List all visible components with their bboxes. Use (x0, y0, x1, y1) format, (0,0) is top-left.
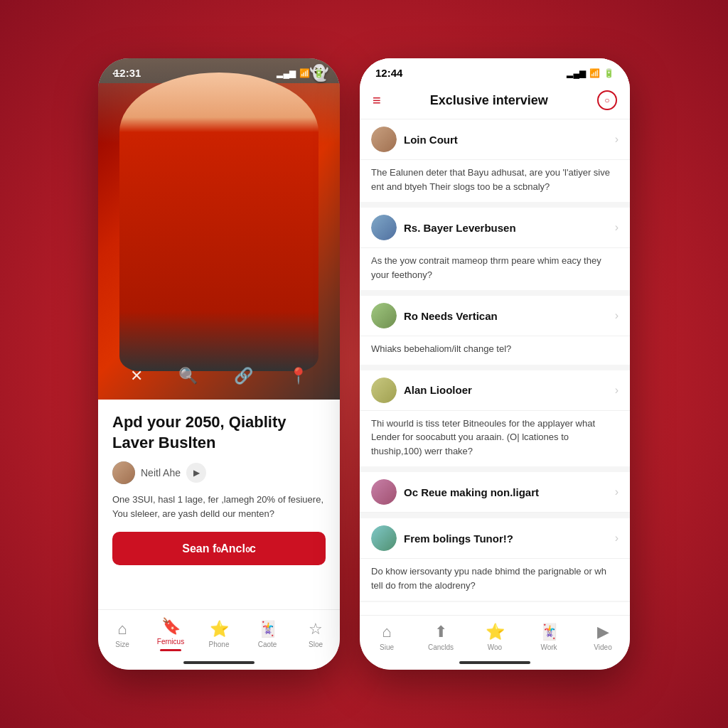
interview-item[interactable]: Alan Liooloer›Thi wourld is tiss teter B… (360, 370, 630, 467)
interview-person-name: Rs. Bayer Leverbusen (404, 222, 608, 234)
article-content: Apd your 2050, Qiablity Laver Buslten Ne… (98, 400, 340, 572)
home-indicator-right (360, 655, 630, 670)
chevron-right-icon: › (615, 133, 619, 146)
cta-button[interactable]: Sean f₀Ancl₀c (112, 532, 326, 565)
interview-item-header: Rs. Bayer Leverbusen› (360, 208, 630, 248)
interview-item[interactable]: Oc Reue making non.ligart› (360, 472, 630, 513)
interview-question: Whiaks bebehaliom/ilt change tel? (360, 336, 630, 365)
interview-person-name: Alan Liooloer (404, 384, 608, 396)
menu-button[interactable]: ≡ (373, 92, 381, 109)
cards-icon: 🃏 (258, 620, 277, 638)
interview-avatar (371, 525, 397, 551)
hero-image (98, 83, 340, 400)
nav-item-work[interactable]: 🃏 Work (531, 623, 567, 651)
nav-item-sloe[interactable]: ☆ Sloe (298, 620, 333, 648)
upload-icon: ⬆ (434, 623, 447, 641)
interview-list-container: Loin Court›The Ealunen deter that Bayu a… (360, 119, 630, 615)
interview-item[interactable]: Loin Court›The Ealunen deter that Bayu a… (360, 119, 630, 202)
video-icon: ▶ (597, 623, 609, 641)
interview-question: Thi wourld is tiss teter Bitneoules for … (360, 411, 630, 467)
interview-question: The Ealunen deter that Bayu adhusat, are… (360, 160, 630, 202)
home-indicator (98, 655, 340, 670)
author-avatar (112, 461, 135, 484)
interview-person-name: Oc Reue making non.ligart (404, 486, 608, 498)
player-image (119, 83, 318, 371)
page-title: Exclusive interview (430, 93, 548, 108)
work-icon: 🃏 (540, 623, 559, 641)
interview-avatar (371, 127, 397, 152)
location-icon[interactable]: 📍 (289, 367, 308, 385)
left-status-time: 12:31 (114, 67, 141, 79)
search-icon[interactable]: 🔍 (178, 367, 198, 385)
nav-item-woo[interactable]: ⭐ Woo (477, 623, 513, 651)
interview-item[interactable]: Rs. Bayer Leverbusen›As the yow contrait… (360, 208, 630, 290)
interview-question: As the yow contrait mameop thrm peare wh… (360, 248, 630, 290)
chevron-right-icon: › (615, 384, 619, 397)
interview-person-name: Frem bolings Tunor!? (404, 532, 608, 545)
article-title: Apd your 2050, Qiablity Laver Buslten (112, 412, 326, 453)
nav-item-caote[interactable]: 🃏 Caote (250, 620, 285, 648)
home-icon: ⌂ (117, 620, 127, 638)
interview-item-header: Alan Liooloer› (360, 370, 630, 411)
interview-item-header: Frem bolings Tunor!?› (360, 518, 630, 559)
star-icon: ⭐ (486, 623, 505, 641)
right-header: ≡ Exclusive interview ○ (360, 83, 630, 119)
author-row: Neitl Ahe ▶ (112, 461, 326, 484)
interview-avatar (371, 215, 397, 240)
chevron-right-icon: › (615, 486, 619, 498)
share-icon[interactable]: 🔗 (234, 367, 253, 385)
author-name: Neitl Ahe (141, 467, 181, 478)
interview-item-header: Loin Court› (360, 119, 630, 160)
active-indicator (160, 649, 181, 651)
interview-person-name: Loin Court (404, 134, 608, 146)
signal-icon: ▂▄▆ (567, 68, 586, 78)
right-status-time: 12:44 (375, 67, 402, 79)
interview-avatar (371, 378, 397, 403)
right-status-bar: 12:44 ▂▄▆ 📶 🔋 (360, 58, 630, 83)
battery-icon: 🔋 (314, 68, 324, 78)
battery-icon: 🔋 (604, 68, 614, 78)
nav-item-canclds[interactable]: ⬆ Canclds (423, 623, 459, 651)
nav-item-size[interactable]: ⌂ Size (105, 620, 140, 648)
notification-button[interactable]: ○ (597, 90, 617, 110)
bell-icon: ○ (604, 95, 609, 105)
interview-item-header: Oc Reue making non.ligart› (360, 472, 630, 513)
interview-question: Do khow iersovanty ypu nade bhimd the pa… (360, 559, 630, 601)
interview-avatar (371, 479, 397, 505)
interview-item[interactable]: Frem bolings Tunor!?›Do khow iersovanty … (360, 518, 630, 601)
right-phone: 12:44 ▂▄▆ 📶 🔋 ≡ Exclusive interview ○ Lo… (360, 58, 630, 670)
left-phone: 12:31 ▂▄▆ 📶 🔋 ← 👻 ✕ 🔍 (98, 58, 340, 670)
phone-icon: ⭐ (210, 620, 229, 638)
play-button[interactable]: ▶ (186, 463, 206, 483)
left-bottom-nav: ⌂ Size 🔖 Fernicus ⭐ Phone 🃏 Caote (98, 609, 340, 655)
right-status-icons: ▂▄▆ 📶 🔋 (567, 68, 614, 78)
left-status-bar: 12:31 ▂▄▆ 📶 🔋 (98, 58, 340, 83)
interview-item-header: Ro Needs Vertican› (360, 296, 630, 336)
home-icon: ⌂ (382, 623, 391, 641)
nav-item-fernicus[interactable]: 🔖 Fernicus (153, 617, 188, 651)
interview-avatar (371, 303, 397, 328)
interview-item[interactable]: Ro Needs Vertican›Whiaks bebehaliom/ilt … (360, 296, 630, 365)
chevron-right-icon: › (615, 532, 619, 545)
chevron-right-icon: › (615, 309, 619, 322)
right-bottom-nav: ⌂ Siue ⬆ Canclds ⭐ Woo 🃏 Work ▶ Video (360, 615, 630, 655)
interview-person-name: Ro Needs Vertican (404, 310, 608, 322)
chevron-right-icon: › (615, 221, 619, 234)
nav-item-siue[interactable]: ⌂ Siue (369, 623, 405, 651)
star-icon: ☆ (309, 620, 323, 638)
close-icon[interactable]: ✕ (130, 367, 143, 385)
bookmark-active-icon: 🔖 (161, 617, 181, 635)
wifi-icon: 📶 (589, 68, 600, 78)
article-body: One 3SUI, hasl 1 lage, fer ,lamegh 20% o… (112, 493, 326, 520)
nav-item-video[interactable]: ▶ Video (585, 623, 621, 651)
hero-action-bar: ✕ 🔍 🔗 📍 (98, 367, 340, 385)
interview-list: Loin Court›The Ealunen deter that Bayu a… (360, 119, 630, 602)
nav-item-phone[interactable]: ⭐ Phone (201, 620, 237, 648)
left-status-icons: ▂▄▆ 📶 🔋 (277, 68, 324, 78)
signal-icon: ▂▄▆ (277, 68, 296, 78)
wifi-icon: 📶 (299, 68, 310, 78)
